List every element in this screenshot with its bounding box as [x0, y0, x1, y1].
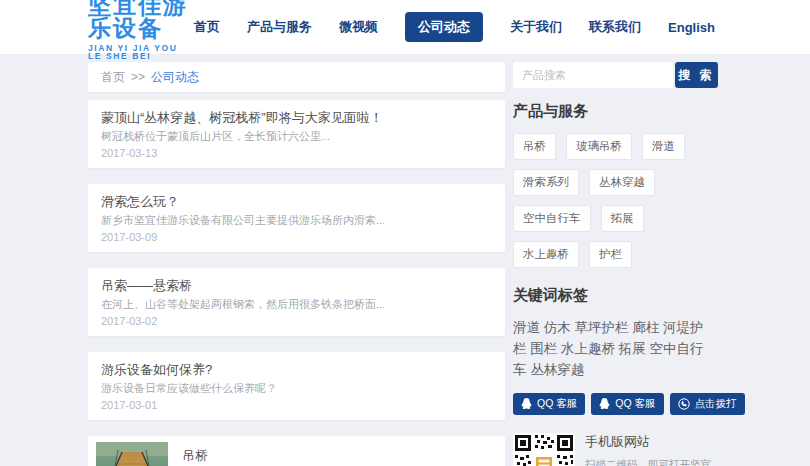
breadcrumb-home-link[interactable]: 首页 — [101, 69, 125, 86]
news-summary: 树冠栈桥位于蒙顶后山片区，全长预计六公里... — [101, 129, 492, 144]
news-thumbnail-bridge-photo — [96, 442, 168, 466]
news-summary: 在河上、山谷等处架起两根钢索，然后用很多铁条把桥面... — [101, 297, 492, 312]
nav-item-videos[interactable]: 微视频 — [339, 18, 378, 36]
nav-item-contact[interactable]: 联系我们 — [589, 18, 641, 36]
qq-service-button-2[interactable]: QQ 客服 — [591, 393, 663, 415]
nav-item-about[interactable]: 关于我们 — [510, 18, 562, 36]
product-tags: 吊桥 玻璃吊桥 滑道 滑索系列 丛林穿越 空中自行车 拓展 水上趣桥 护栏 — [513, 133, 718, 268]
news-title: 吊桥 — [182, 447, 492, 464]
brand-subtitle: JIAN YI JIA YOU LE SHE BEI — [88, 44, 194, 61]
news-summary: 新乡市坚宜佳游乐设备有限公司主要提供游乐场所内滑索... — [101, 213, 492, 228]
phone-icon — [678, 398, 690, 410]
news-summary: 游乐设备日常应该做些什么保养呢？ — [101, 381, 492, 396]
news-body: 吊桥 吊桥又称悬索桥，由悬索，桥塔，吊杆，锚碇，加劲梁及桥面系所组成 2017-… — [182, 442, 492, 466]
mobile-site-section: 手机版网站 扫描二维码，即可打开坚宜佳游乐设备手机版网站，随时随地浏览、收藏、分… — [513, 433, 718, 466]
news-date: 2017-03-09 — [101, 230, 492, 244]
news-title: 游乐设备如何保养? — [101, 361, 492, 378]
mobile-site-info: 手机版网站 扫描二维码，即可打开坚宜佳游乐设备手机版网站，随时随地浏览、收藏、分… — [585, 433, 718, 466]
nav-item-products[interactable]: 产品与服务 — [247, 18, 312, 36]
news-title: 蒙顶山“丛林穿越、树冠栈桥”即将与大家见面啦！ — [101, 109, 492, 126]
product-tag-huasuo-xilie[interactable]: 滑索系列 — [513, 169, 579, 196]
search-bar: 搜 索 — [513, 62, 718, 88]
news-date: 2017-03-01 — [101, 398, 492, 412]
news-item-2[interactable]: 滑索怎么玩？ 新乡市坚宜佳游乐设备有限公司主要提供游乐场所内滑索... 2017… — [88, 184, 505, 252]
news-date: 2017-03-13 — [101, 146, 492, 160]
search-input[interactable] — [513, 62, 673, 88]
nav-item-news[interactable]: 公司动态 — [405, 12, 483, 42]
news-column: 首页 >> 公司动态 蒙顶山“丛林穿越、树冠栈桥”即将与大家见面啦！ 树冠栈桥位… — [88, 62, 505, 466]
qq-service-label: QQ 客服 — [615, 397, 655, 411]
nav-item-home[interactable]: 首页 — [194, 18, 220, 36]
mobile-site-description: 扫描二维码，即可打开坚宜佳游乐设备手机版网站，随时随地浏览、收藏、分享公司最新动… — [585, 457, 718, 466]
qq-service-label: QQ 客服 — [537, 397, 577, 411]
click-to-call-label: 点击拨打 — [695, 397, 737, 411]
news-date: 2017-03-02 — [101, 314, 492, 328]
sidebar: 搜 索 产品与服务 吊桥 玻璃吊桥 滑道 滑索系列 丛林穿越 空中自行车 拓展 … — [513, 62, 718, 466]
product-tag-diaoqiao[interactable]: 吊桥 — [513, 133, 556, 160]
news-item-4[interactable]: 游乐设备如何保养? 游乐设备日常应该做些什么保养呢？ 2017-03-01 — [88, 352, 505, 420]
news-title: 吊索——悬索桥 — [101, 277, 492, 294]
news-title: 滑索怎么玩？ — [101, 193, 492, 210]
product-tag-kongzhong-zixingche[interactable]: 空中自行车 — [513, 205, 591, 232]
search-button[interactable]: 搜 索 — [675, 62, 718, 88]
news-item-5[interactable]: 吊桥 吊桥又称悬索桥，由悬索，桥塔，吊杆，锚碇，加劲梁及桥面系所组成 2017-… — [88, 436, 505, 466]
main-nav: 首页 产品与服务 微视频 公司动态 关于我们 联系我们 English — [194, 12, 715, 42]
main-content: 首页 >> 公司动态 蒙顶山“丛林穿越、树冠栈桥”即将与大家见面啦！ 树冠栈桥位… — [88, 62, 718, 466]
breadcrumb: 首页 >> 公司动态 — [88, 62, 505, 92]
nav-item-english[interactable]: English — [668, 20, 715, 35]
contact-buttons: QQ 客服 QQ 客服 点击拨打 — [513, 393, 718, 415]
products-heading: 产品与服务 — [513, 102, 718, 121]
breadcrumb-separator: >> — [131, 70, 145, 84]
qq-icon — [599, 398, 610, 410]
brand-logo[interactable]: 坚宜佳游乐设备 JIAN YI JIA YOU LE SHE BEI — [88, 0, 194, 61]
keywords-text[interactable]: 滑道 仿木 草坪护栏 廊柱 河堤护栏 围栏 水上趣桥 拓展 空中自行车 丛林穿越 — [513, 317, 713, 380]
qrcode-image — [513, 433, 575, 466]
mobile-site-heading: 手机版网站 — [585, 433, 718, 451]
brand-title: 坚宜佳游乐设备 — [88, 0, 194, 40]
keywords-heading: 关键词标签 — [513, 286, 718, 305]
qq-service-button-1[interactable]: QQ 客服 — [513, 393, 585, 415]
product-tag-huadao[interactable]: 滑道 — [642, 133, 685, 160]
click-to-call-button[interactable]: 点击拨打 — [670, 393, 745, 415]
qq-icon — [521, 398, 532, 410]
product-tag-hulan[interactable]: 护栏 — [589, 241, 632, 268]
product-tag-tuozhan[interactable]: 拓展 — [601, 205, 644, 232]
news-item-3[interactable]: 吊索——悬索桥 在河上、山谷等处架起两根钢索，然后用很多铁条把桥面... 201… — [88, 268, 505, 336]
news-item-1[interactable]: 蒙顶山“丛林穿越、树冠栈桥”即将与大家见面啦！ 树冠栈桥位于蒙顶后山片区，全长预… — [88, 100, 505, 168]
product-tag-conglin-chuanyue[interactable]: 丛林穿越 — [589, 169, 655, 196]
breadcrumb-current[interactable]: 公司动态 — [151, 69, 199, 86]
product-tag-boli-diaoqiao[interactable]: 玻璃吊桥 — [566, 133, 632, 160]
product-tag-shuishang-quqiao[interactable]: 水上趣桥 — [513, 241, 579, 268]
header: 坚宜佳游乐设备 JIAN YI JIA YOU LE SHE BEI 首页 产品… — [0, 0, 810, 55]
